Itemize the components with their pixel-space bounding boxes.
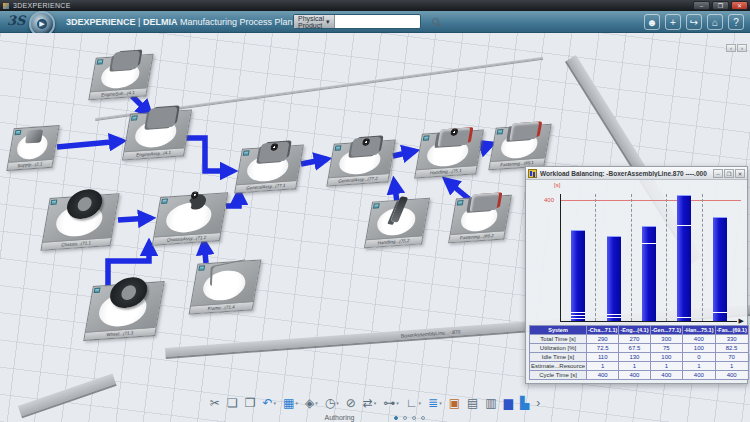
screen-button[interactable]: ▤ xyxy=(467,396,478,410)
flow-arrow-4[interactable] xyxy=(393,151,415,156)
status-line: Authoring xyxy=(0,414,750,421)
connector-button[interactable]: ∟▾ xyxy=(406,396,421,410)
process-node-chassis[interactable]: Chassis...(71.1 xyxy=(40,193,119,251)
page-dot-0[interactable] xyxy=(394,416,398,420)
module-name-text: Manufacturing Process Planning xyxy=(180,17,310,27)
process-node-fastening-2[interactable]: Fastening...(69.2 xyxy=(448,195,512,244)
page-dot-1[interactable] xyxy=(403,416,407,420)
workload-bar--Eng...(4.1)[interactable] xyxy=(607,236,621,321)
minimize-button[interactable]: – xyxy=(693,1,710,10)
maximize-button[interactable]: ❐ xyxy=(724,169,734,178)
table-cell: 300 xyxy=(650,335,683,344)
process-node-chassis-assy[interactable]: ChassisAssy...(71.2 xyxy=(152,192,228,245)
search-input[interactable] xyxy=(335,15,430,28)
window-button[interactable]: ▥ xyxy=(485,396,496,410)
search-bar[interactable]: Physical Product ▾ xyxy=(293,14,421,29)
link-button[interactable]: ⊶▾ xyxy=(383,396,399,410)
chevron-down-icon[interactable]: ▾ xyxy=(274,400,277,406)
panel-title: Workload Balancing: -BoxerAssemblyLine.8… xyxy=(540,170,710,177)
flow-arrow-3[interactable] xyxy=(301,159,327,164)
process-node-fastening-1[interactable]: Fastening...(69.1 xyxy=(488,124,551,171)
flow-arrow-2[interactable] xyxy=(186,138,233,171)
bar-chart-button[interactable]: ▆ xyxy=(504,396,513,410)
close-button[interactable]: ✕ xyxy=(731,1,748,10)
process-node-general-assy-2[interactable]: GeneralAssy...(77.2 xyxy=(326,140,395,187)
process-node-frame[interactable]: Frame...(71.4 xyxy=(189,259,262,314)
row-label: Cycle Time [s] xyxy=(530,371,587,380)
validate-icon: ⊘ xyxy=(346,396,356,410)
home-icon[interactable]: ⌂ xyxy=(707,14,723,30)
undo-button[interactable]: ↶▾ xyxy=(262,396,276,410)
page-dot-2[interactable] xyxy=(412,416,416,420)
arrange-button[interactable]: ▦▾ xyxy=(283,396,298,410)
table-row: Idle Time [s]110130100070 xyxy=(530,353,749,362)
help-icon[interactable]: ? xyxy=(728,14,744,30)
workload-plot: 400 [s] ▶ xyxy=(560,194,737,322)
chevron-down-icon[interactable]: ▾ xyxy=(374,400,377,406)
workload-bar--Gen...77.1)[interactable] xyxy=(642,226,656,321)
workload-bar--Fas...(69.1)[interactable] xyxy=(713,217,727,321)
chevron-down-icon[interactable]: ▾ xyxy=(295,400,298,406)
node-type-icon xyxy=(335,145,342,150)
milestone-button[interactable]: ◈▾ xyxy=(305,396,318,410)
flow-arrow-10[interactable] xyxy=(204,242,206,263)
table-cell: 270 xyxy=(619,335,650,344)
copy-button[interactable]: ❏ xyxy=(227,396,238,410)
chevron-down-icon[interactable]: ▾ xyxy=(315,400,318,406)
workload-bar--Cha...71.1)[interactable] xyxy=(571,230,585,321)
validate-button[interactable]: ⊘ xyxy=(346,396,356,410)
cut-icon: ✂ xyxy=(210,396,220,410)
action-bar-pages xyxy=(394,416,425,420)
process-node-general-assy-1[interactable]: GeneralAssy...(77.1 xyxy=(234,145,304,194)
workload-bar--Han...75.1)[interactable] xyxy=(677,195,691,321)
3d-part-button[interactable]: ▣ xyxy=(449,396,460,410)
engine-part-image xyxy=(146,106,177,128)
chevron-down-icon[interactable]: ▾ xyxy=(419,400,422,406)
flow-arrow-7[interactable] xyxy=(446,180,469,199)
chart-slot-0 xyxy=(561,194,596,321)
chevron-down-icon[interactable]: ▾ xyxy=(336,400,339,406)
minimize-button[interactable]: – xyxy=(713,169,723,178)
maximize-button[interactable]: ❐ xyxy=(712,1,729,10)
flow-arrow-6[interactable] xyxy=(394,181,397,202)
flow-button[interactable]: ≣▾ xyxy=(428,396,442,410)
loop-button[interactable]: ⇄▾ xyxy=(363,396,377,410)
process-node-handling-1[interactable]: Handling...(75.1 xyxy=(414,130,484,179)
user-icon[interactable]: ☻ xyxy=(644,14,660,30)
compass-play-icon[interactable]: ▶ xyxy=(37,19,47,29)
page-dot-3[interactable] xyxy=(421,416,425,420)
flow-arrow-11[interactable] xyxy=(226,192,239,206)
flow-arrow-8[interactable] xyxy=(118,218,151,220)
page-prev-button[interactable]: ‹ xyxy=(726,44,736,52)
process-node-engine-sub[interactable]: EngineSub...(4.1 xyxy=(88,54,153,101)
page-next-button[interactable]: › xyxy=(737,44,747,52)
gantt-chart-button[interactable]: ▙ xyxy=(520,396,529,410)
add-icon[interactable]: + xyxy=(665,14,681,30)
chart-slot-1 xyxy=(596,194,631,321)
timer-button[interactable]: ◷▾ xyxy=(325,396,339,410)
node-label: EngineSub...(4.1 xyxy=(89,87,146,99)
chevron-down-icon[interactable]: ▾ xyxy=(396,400,399,406)
workload-balancing-panel[interactable]: Workload Balancing: -BoxerAssemblyLine.8… xyxy=(525,166,748,384)
title-separator: | xyxy=(138,17,140,27)
share-icon[interactable]: ↪ xyxy=(686,14,702,30)
flow-arrow-5[interactable] xyxy=(481,144,492,148)
close-button[interactable]: ✕ xyxy=(735,169,745,178)
chart-slot-3 xyxy=(667,194,702,321)
app-header: 3S ▶ 3DEXPERIENCE | DELMIA Manufacturing… xyxy=(0,11,750,33)
table-row: Utilization [%]72.567.57510082.5 xyxy=(530,344,749,353)
loop-icon: ⇄ xyxy=(363,396,373,410)
chevron-down-icon[interactable]: ▾ xyxy=(439,400,442,406)
process-node-wheel[interactable]: Wheel...(71.3 xyxy=(83,281,164,341)
app-window: 3DEXPERIENCE –❐✕ 3S ▶ 3DEXPERIENCE | DEL… xyxy=(0,0,750,422)
process-node-engine-assy[interactable]: EngineAssy...(4.1 xyxy=(122,109,192,160)
cut-button[interactable]: ✂ xyxy=(210,396,220,410)
more-button[interactable]: › xyxy=(536,396,540,410)
link-icon: ⊶ xyxy=(383,396,395,410)
search-scope-dropdown[interactable]: Physical Product ▾ xyxy=(294,15,335,28)
process-node-supply[interactable]: Supply...(2.1 xyxy=(6,125,59,171)
paste-button[interactable]: ❐ xyxy=(245,396,256,410)
panel-title-bar[interactable]: Workload Balancing: -BoxerAssemblyLine.8… xyxy=(526,167,747,180)
flow-arrow-1[interactable] xyxy=(57,141,122,147)
process-node-handling-2[interactable]: Handling...(75.2 xyxy=(364,198,430,249)
